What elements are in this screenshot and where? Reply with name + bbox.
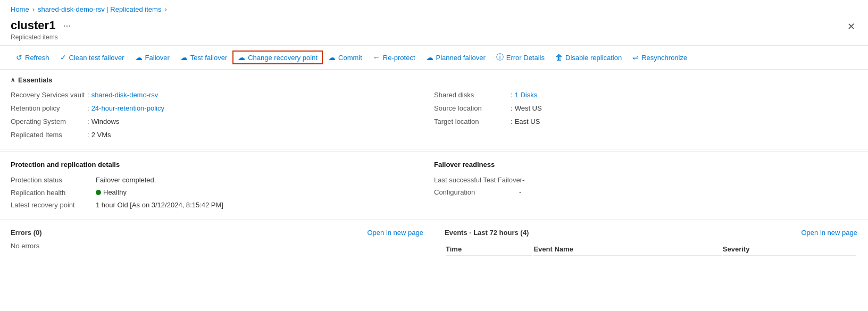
last-test-failover-row: Last successful Test Failover - xyxy=(434,174,857,186)
page-subtitle: Replicated items xyxy=(11,33,74,41)
essentials-chevron: ∧ xyxy=(11,77,15,83)
no-errors-text: No errors xyxy=(11,242,423,250)
cloud-icon-planned: ☁ xyxy=(426,53,433,62)
protection-status-row: Protection status Failover completed. xyxy=(11,174,434,186)
planned-failover-label: Planned failover xyxy=(436,54,486,62)
events-table: Time Event Name Severity xyxy=(445,242,857,257)
healthy-text: Healthy xyxy=(103,188,127,196)
essentials-section: ∧ Essentials Recovery Services vault : s… xyxy=(0,70,868,147)
vault-link[interactable]: shared-disk-demo-rsv xyxy=(91,91,158,99)
configuration-row: Configuration - xyxy=(434,186,857,198)
essentials-label-source: Source location xyxy=(434,104,508,112)
replication-health-label: Replication health xyxy=(11,189,96,197)
replication-health-row: Replication health Healthy xyxy=(11,186,434,199)
breadcrumb-sep2: › xyxy=(164,5,166,13)
re-protect-button[interactable]: ← Re-protect xyxy=(368,51,421,64)
test-failover-button[interactable]: ☁ Test failover xyxy=(175,51,232,64)
failover-readiness-col: Failover readiness Last successful Test … xyxy=(434,161,857,211)
refresh-label: Refresh xyxy=(25,54,49,62)
essentials-row-shared-disks: Shared disks : 1 Disks xyxy=(434,89,857,100)
retention-link[interactable]: 24-hour-retention-policy xyxy=(91,104,164,112)
page-title: cluster1 xyxy=(11,19,55,32)
essentials-value-vault: shared-disk-demo-rsv xyxy=(91,91,158,99)
test-failover-label: Test failover xyxy=(190,54,227,62)
protection-status-label: Protection status xyxy=(11,176,96,184)
essentials-value-shared-disks: 1 Disks xyxy=(515,91,538,99)
essentials-label-os: Operating System xyxy=(11,117,85,125)
arrow-left-icon: ← xyxy=(373,53,380,62)
re-protect-label: Re-protect xyxy=(383,54,415,62)
essentials-value-retention: 24-hour-retention-policy xyxy=(91,104,164,112)
events-col-severity: Severity xyxy=(723,243,856,256)
configuration-label: Configuration xyxy=(434,188,519,196)
essentials-row-target: Target location : East US xyxy=(434,116,857,127)
essentials-row-os: Operating System : Windows xyxy=(11,116,434,127)
change-recovery-point-label: Change recovery point xyxy=(248,54,318,62)
disks-link[interactable]: 1 Disks xyxy=(515,91,538,99)
failover-button[interactable]: ☁ Failover xyxy=(130,51,175,64)
essentials-header[interactable]: ∧ Essentials xyxy=(11,76,857,84)
last-test-failover-value: - xyxy=(522,176,524,184)
essentials-row-vault: Recovery Services vault : shared-disk-de… xyxy=(11,89,434,100)
events-col: Events - Last 72 hours (4) Open in new p… xyxy=(445,229,857,257)
essentials-row-retention: Retention policy : 24-hour-retention-pol… xyxy=(11,103,434,114)
cloud-icon-test: ☁ xyxy=(180,53,188,62)
essentials-label-target: Target location xyxy=(434,117,508,125)
essentials-label-replicated: Replicated Items xyxy=(11,131,85,139)
last-test-failover-label: Last successful Test Failover xyxy=(434,176,522,184)
bottom-section: Errors (0) Open in new page No errors Ev… xyxy=(0,220,868,265)
replication-health-value: Healthy xyxy=(96,188,127,196)
breadcrumb-home[interactable]: Home xyxy=(11,5,29,13)
errors-open-link[interactable]: Open in new page xyxy=(367,229,423,237)
more-options-button[interactable]: ··· xyxy=(60,19,74,32)
error-details-label: Error Details xyxy=(506,54,545,62)
sync-icon: ⇌ xyxy=(632,53,639,62)
essentials-grid: Recovery Services vault : shared-disk-de… xyxy=(11,89,857,140)
refresh-icon: ↺ xyxy=(16,53,22,62)
clean-test-failover-label: Clean test failover xyxy=(69,54,124,62)
commit-button[interactable]: ☁ Commit xyxy=(323,51,368,64)
refresh-button[interactable]: ↺ Refresh xyxy=(11,51,55,64)
error-details-button[interactable]: ⓘ Error Details xyxy=(491,50,550,65)
close-button[interactable]: ✕ xyxy=(845,19,857,35)
essentials-value-os: Windows xyxy=(91,117,120,125)
page-title-block: cluster1 ··· Replicated items xyxy=(11,19,74,41)
cloud-icon-commit: ☁ xyxy=(328,53,336,62)
clean-test-failover-button[interactable]: ✓ Clean test failover xyxy=(55,51,130,64)
disable-replication-button[interactable]: 🗑 Disable replication xyxy=(550,51,627,64)
configuration-value: - xyxy=(519,188,521,196)
essentials-value-replicated: 2 VMs xyxy=(91,131,111,139)
failover-label: Failover xyxy=(145,54,170,62)
protection-status-value: Failover completed. xyxy=(96,176,156,184)
toolbar: ↺ Refresh ✓ Clean test failover ☁ Failov… xyxy=(0,45,868,70)
cloud-icon-failover: ☁ xyxy=(135,53,143,62)
essentials-left-col: Recovery Services vault : shared-disk-de… xyxy=(11,89,434,140)
breadcrumb-vault[interactable]: shared-disk-demo-rsv | Replicated items xyxy=(38,5,161,13)
errors-col: Errors (0) Open in new page No errors xyxy=(11,229,423,257)
page-title-row: cluster1 ··· xyxy=(11,19,74,32)
details-grid: Protection and replication details Prote… xyxy=(11,161,857,211)
failover-readiness-title: Failover readiness xyxy=(434,161,857,169)
info-icon: ⓘ xyxy=(496,53,504,62)
trash-icon: 🗑 xyxy=(555,53,563,62)
healthy-indicator xyxy=(96,190,101,195)
change-recovery-point-button[interactable]: ☁ Change recovery point xyxy=(232,51,323,64)
page-header: cluster1 ··· Replicated items ✕ xyxy=(0,16,868,45)
breadcrumb: Home › shared-disk-demo-rsv | Replicated… xyxy=(0,0,868,16)
check-icon: ✓ xyxy=(60,53,66,62)
resynchronize-label: Resynchronize xyxy=(641,54,687,62)
errors-title: Errors (0) xyxy=(11,229,42,237)
events-open-link[interactable]: Open in new page xyxy=(801,229,857,237)
planned-failover-button[interactable]: ☁ Planned failover xyxy=(421,51,491,64)
essentials-label-retention: Retention policy xyxy=(11,104,85,112)
protection-details-col: Protection and replication details Prote… xyxy=(11,161,434,211)
errors-title-row: Errors (0) Open in new page xyxy=(11,229,423,237)
essentials-value-source: West US xyxy=(515,104,542,112)
essentials-label-shared-disks: Shared disks xyxy=(434,91,508,99)
latest-recovery-point-label: Latest recovery point xyxy=(11,201,96,209)
details-section: Protection and replication details Prote… xyxy=(0,152,868,220)
events-title: Events - Last 72 hours (4) xyxy=(445,229,529,237)
resynchronize-button[interactable]: ⇌ Resynchronize xyxy=(627,51,692,64)
essentials-title: Essentials xyxy=(18,76,52,84)
latest-recovery-point-row: Latest recovery point 1 hour Old [As on … xyxy=(11,199,434,211)
